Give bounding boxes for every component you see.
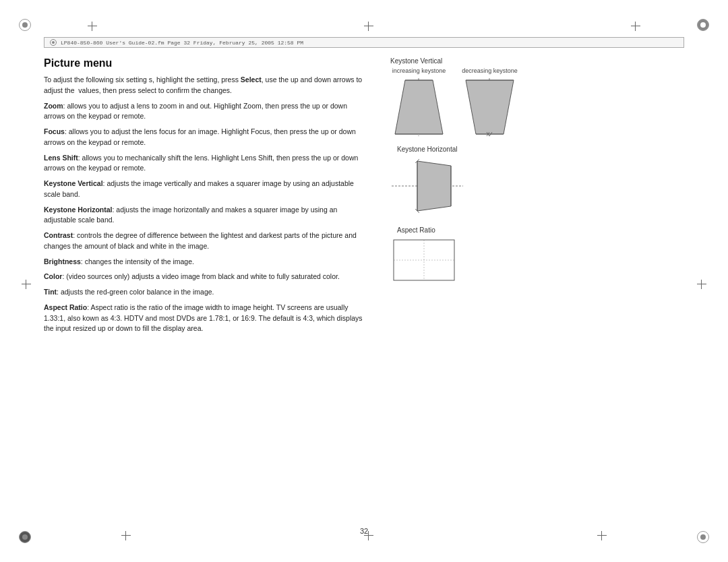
intro-paragraph: To adjust the following six setting s, h…: [44, 75, 363, 96]
cross-mark-mid-left: [22, 280, 31, 289]
cross-mark-bot-right: [597, 531, 607, 540]
aspect-ratio-svg: [390, 237, 458, 284]
focus-paragraph: Focus: allows you to adjust the lens foc…: [44, 127, 363, 148]
tint-paragraph: Tint: adjusts the red-green color balanc…: [44, 287, 363, 298]
reg-mark-tl: [19, 19, 31, 31]
brightness-paragraph: Brightness: changes the intensity of the…: [44, 257, 363, 268]
header-icon: [50, 39, 57, 46]
contrast-paragraph: Contrast: controls the degree of differe…: [44, 230, 363, 252]
color-paragraph: Color: (video sources only) adjusts a vi…: [44, 272, 363, 282]
lens-shift-paragraph: Lens Shift: allows you to mechanically s…: [44, 153, 363, 175]
cross-mark-top-mid: [364, 22, 373, 31]
page-title: Picture menu: [44, 57, 363, 69]
keystone-vertical-diagrams: increasing keystone decreasing keystone: [390, 67, 532, 137]
increasing-keystone-label: increasing keystone: [392, 67, 446, 74]
right-column: Keystone Vertical increasing keystone: [377, 57, 684, 518]
cross-mark-mid-right: [697, 280, 706, 289]
decreasing-keystone-svg: [461, 77, 518, 137]
keystone-horizontal-svg: [390, 156, 464, 216]
increasing-keystone-item: increasing keystone: [390, 67, 448, 137]
keystone-horizontal-paragraph: Keystone Horizontal: adjusts the image h…: [44, 205, 363, 226]
header-bar: LP840-850-860 User's Guide-02.fm Page 32…: [44, 37, 684, 48]
reg-mark-tr: [697, 19, 709, 31]
svg-marker-5: [466, 80, 514, 134]
left-column: Picture menu To adjust the following six…: [44, 57, 377, 518]
keystone-horizontal-section: Keystone Horizontal: [390, 146, 464, 216]
keystone-vertical-paragraph: Keystone Vertical: adjusts the image ver…: [44, 179, 363, 200]
reg-mark-br: [697, 531, 709, 543]
reg-mark-bl: [19, 531, 31, 543]
header-text: LP840-850-860 User's Guide-02.fm Page 32…: [61, 40, 303, 46]
keystone-horizontal-label: Keystone Horizontal: [397, 146, 464, 153]
decreasing-keystone-item: decreasing keystone: [461, 67, 518, 137]
cross-mark-top-right: [631, 22, 640, 31]
cross-mark-bot-left: [121, 531, 131, 540]
zoom-paragraph: Zoom: allows you to adjust a lens to zoo…: [44, 101, 363, 123]
page-container: LP840-850-860 User's Guide-02.fm Page 32…: [0, 0, 728, 562]
increasing-keystone-svg: [390, 77, 448, 137]
svg-marker-1: [395, 80, 443, 134]
aspect-ratio-paragraph: Aspect Ratio: Aspect ratio is the ratio …: [44, 303, 363, 334]
decreasing-keystone-label: decreasing keystone: [462, 67, 518, 74]
page-number: 32: [360, 527, 368, 535]
aspect-ratio-section: Aspect Ratio: [390, 226, 458, 284]
aspect-ratio-label: Aspect Ratio: [397, 226, 458, 234]
keystone-vertical-label: Keystone Vertical: [390, 57, 442, 65]
svg-marker-12: [417, 161, 451, 211]
cross-mark-top-left: [88, 22, 97, 31]
content-area: Picture menu To adjust the following six…: [44, 57, 684, 518]
